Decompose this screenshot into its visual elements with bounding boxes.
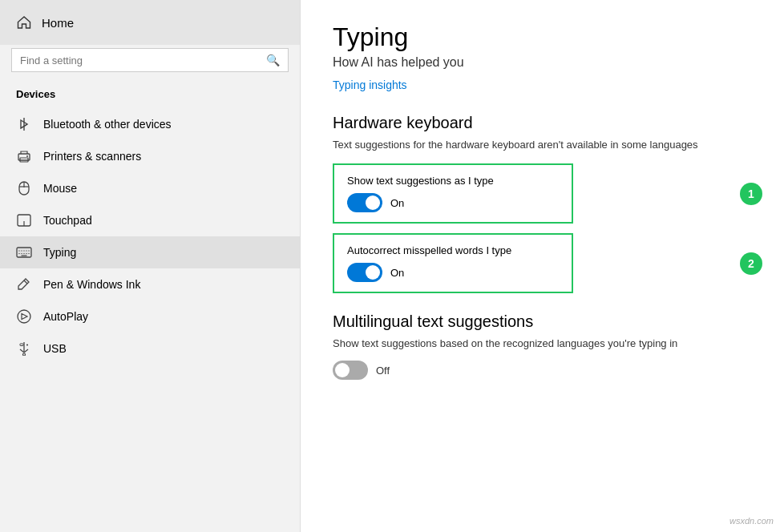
mouse-icon bbox=[16, 180, 32, 196]
page-subtitle: How AI has helped you bbox=[333, 55, 748, 70]
sidebar-item-printers-label: Printers & scanners bbox=[43, 150, 141, 163]
watermark: wsxdn.com bbox=[729, 516, 774, 526]
svg-line-25 bbox=[24, 349, 28, 353]
svg-line-21 bbox=[24, 280, 27, 284]
toggle1-switch[interactable] bbox=[347, 193, 382, 212]
sidebar-item-usb-label: USB bbox=[43, 342, 67, 355]
toggle-card-1: Show text suggestions as I type On bbox=[333, 163, 573, 224]
usb-icon bbox=[16, 341, 32, 357]
svg-rect-27 bbox=[20, 344, 23, 346]
multilingual-description: Show text suggestions based on the recog… bbox=[333, 337, 748, 349]
svg-point-26 bbox=[23, 353, 26, 356]
sidebar-item-touchpad-label: Touchpad bbox=[43, 214, 92, 227]
sidebar-item-autoplay[interactable]: AutoPlay bbox=[0, 300, 300, 332]
page-title: Typing bbox=[333, 22, 748, 52]
hardware-keyboard-heading: Hardware keyboard bbox=[333, 114, 748, 132]
multilingual-status: Off bbox=[376, 365, 390, 377]
badge2-wrap: 2 bbox=[740, 252, 762, 275]
hardware-keyboard-description: Text suggestions for the hardware keyboa… bbox=[333, 139, 748, 151]
printer-icon bbox=[16, 148, 32, 164]
sidebar-item-autoplay-label: AutoPlay bbox=[43, 310, 88, 323]
bluetooth-icon bbox=[16, 116, 32, 132]
multilingual-section: Multilingual text suggestions Show text … bbox=[333, 312, 748, 380]
badge2: 2 bbox=[740, 252, 762, 275]
svg-point-3 bbox=[26, 155, 28, 157]
toggle1-label: Show text suggestions as I type bbox=[347, 175, 559, 187]
multilingual-toggle-switch[interactable] bbox=[333, 361, 368, 380]
badge1-wrap: 1 bbox=[740, 183, 762, 205]
sidebar-item-bluetooth[interactable]: Bluetooth & other devices bbox=[0, 108, 300, 140]
sidebar-item-bluetooth-label: Bluetooth & other devices bbox=[43, 118, 172, 131]
search-box[interactable]: 🔍 bbox=[11, 48, 289, 72]
sidebar-item-typing-label: Typing bbox=[43, 246, 76, 259]
svg-point-22 bbox=[18, 310, 30, 323]
search-input[interactable] bbox=[20, 54, 260, 66]
toggle2-status: On bbox=[390, 267, 404, 279]
toggle1-status: On bbox=[390, 197, 404, 209]
search-icon: 🔍 bbox=[266, 54, 280, 66]
toggle2-row: On bbox=[347, 263, 559, 282]
sidebar-home[interactable]: Home bbox=[0, 0, 300, 45]
toggle2-label: Autocorrect misspelled words I type bbox=[347, 244, 559, 256]
keyboard-icon bbox=[16, 244, 32, 260]
sidebar-item-mouse[interactable]: Mouse bbox=[0, 172, 300, 204]
badge1: 1 bbox=[740, 183, 762, 205]
sidebar-section-label: Devices bbox=[0, 83, 300, 108]
sidebar-item-printers[interactable]: Printers & scanners bbox=[0, 140, 300, 172]
home-icon bbox=[16, 14, 32, 30]
toggle1-row: On bbox=[347, 193, 559, 212]
sidebar-item-touchpad[interactable]: Touchpad bbox=[0, 204, 300, 236]
multilingual-heading: Multilingual text suggestions bbox=[333, 312, 748, 331]
sidebar-item-typing[interactable]: Typing bbox=[0, 236, 300, 268]
sidebar: Home 🔍 Devices Bluetooth & other devices bbox=[0, 0, 301, 532]
home-label: Home bbox=[42, 16, 74, 30]
touchpad-icon bbox=[16, 212, 32, 228]
sidebar-item-usb[interactable]: USB bbox=[0, 332, 300, 365]
sidebar-item-mouse-label: Mouse bbox=[43, 182, 77, 195]
toggle2-switch[interactable] bbox=[347, 263, 382, 282]
svg-line-24 bbox=[20, 349, 24, 353]
typing-insights-link[interactable]: Typing insights bbox=[333, 79, 407, 91]
multilingual-toggle-row: Off bbox=[333, 361, 748, 380]
sidebar-item-pen[interactable]: Pen & Windows Ink bbox=[0, 268, 300, 300]
sidebar-item-pen-label: Pen & Windows Ink bbox=[43, 278, 140, 291]
autoplay-icon bbox=[16, 308, 32, 324]
pen-icon bbox=[16, 276, 32, 292]
toggle-card-2: Autocorrect misspelled words I type On bbox=[333, 233, 573, 293]
main-content: Typing How AI has helped you Typing insi… bbox=[301, 0, 780, 532]
